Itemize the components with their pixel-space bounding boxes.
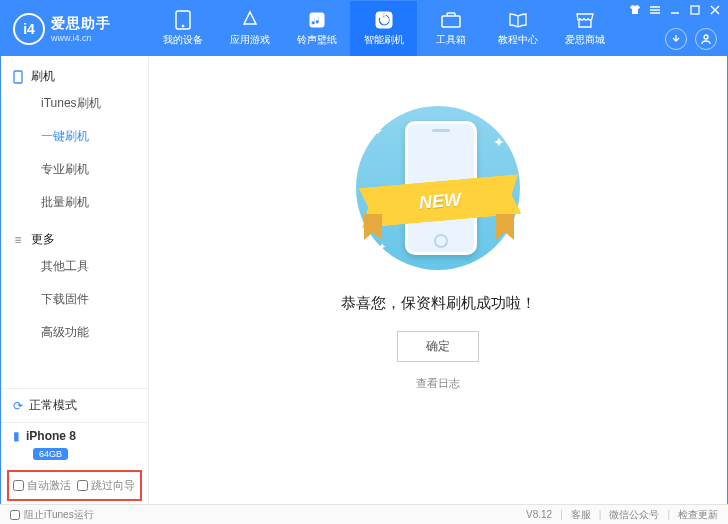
sidebar-item-itunes-flash[interactable]: iTunes刷机	[1, 87, 148, 120]
header-secondary-icons	[665, 28, 717, 50]
music-icon	[307, 10, 327, 30]
more-icon: ≡	[11, 233, 25, 247]
device-icon: ▮	[13, 429, 20, 443]
brand-url: www.i4.cn	[51, 33, 111, 43]
tab-store[interactable]: 爱思商城	[551, 1, 618, 56]
sidebar-item-batch-flash[interactable]: 批量刷机	[1, 186, 148, 219]
svg-point-12	[704, 35, 708, 39]
device-box[interactable]: ▮ iPhone 8 64GB	[1, 422, 148, 466]
sidebar-item-oneclick-flash[interactable]: 一键刷机	[1, 120, 148, 153]
close-icon[interactable]	[709, 4, 721, 16]
sidebar-group-more[interactable]: ≡ 更多	[1, 219, 148, 250]
svg-rect-4	[442, 16, 460, 27]
minimize-icon[interactable]	[669, 4, 681, 16]
sidebar: 刷机 iTunes刷机 一键刷机 专业刷机 批量刷机 ≡ 更多 其他工具 下载固…	[1, 56, 149, 505]
window-controls	[629, 4, 721, 16]
tab-tutorials[interactable]: 教程中心	[484, 1, 551, 56]
header-tabs: 我的设备 应用游戏 铃声壁纸 智能刷机 工具箱 教程中心 爱思商城	[149, 1, 618, 56]
tab-toolbox[interactable]: 工具箱	[417, 1, 484, 56]
checkbox-block-itunes[interactable]: 阻止iTunes运行	[10, 508, 94, 522]
content-panel: ✦ ✦ ✦ NEW 恭喜您，保资料刷机成功啦！ 确定 查看日志	[149, 56, 727, 505]
sidebar-item-advanced[interactable]: 高级功能	[1, 316, 148, 349]
options-highlighted: 自动激活 跳过向导	[7, 470, 142, 501]
success-message: 恭喜您，保资料刷机成功啦！	[341, 294, 536, 313]
phone-icon	[173, 10, 193, 30]
mode-indicator[interactable]: ⟳ 正常模式	[1, 388, 148, 422]
tab-apps-games[interactable]: 应用游戏	[216, 1, 283, 56]
success-illustration: ✦ ✦ ✦ NEW	[338, 106, 538, 276]
tab-my-device[interactable]: 我的设备	[149, 1, 216, 56]
group-title: 刷机	[31, 68, 55, 85]
sidebar-item-download-firmware[interactable]: 下载固件	[1, 283, 148, 316]
checkbox-auto-activate[interactable]: 自动激活	[13, 478, 71, 493]
sidebar-item-other-tools[interactable]: 其他工具	[1, 250, 148, 283]
apps-icon	[240, 10, 260, 30]
tab-ringtones[interactable]: 铃声壁纸	[283, 1, 350, 56]
main-area: 刷机 iTunes刷机 一键刷机 专业刷机 批量刷机 ≡ 更多 其他工具 下载固…	[1, 56, 727, 505]
toolbox-icon	[441, 10, 461, 30]
footer-check-update[interactable]: 检查更新	[678, 508, 718, 522]
flash-icon	[374, 10, 394, 30]
brand-logo[interactable]: i4 爱思助手 www.i4.cn	[1, 13, 149, 45]
logo-icon: i4	[13, 13, 45, 45]
refresh-icon: ⟳	[13, 399, 23, 413]
svg-rect-13	[14, 71, 22, 83]
ok-button[interactable]: 确定	[397, 331, 479, 362]
book-icon	[508, 10, 528, 30]
store-icon	[575, 10, 595, 30]
menu-icon[interactable]	[649, 4, 661, 16]
app-header: i4 爱思助手 www.i4.cn 我的设备 应用游戏 铃声壁纸 智能刷机 工具…	[1, 1, 727, 56]
footer-wechat[interactable]: 微信公众号	[609, 508, 659, 522]
device-name: iPhone 8	[26, 429, 76, 443]
view-log-link[interactable]: 查看日志	[416, 376, 460, 391]
phone-small-icon	[11, 70, 25, 84]
checkbox-skip-guide[interactable]: 跳过向导	[77, 478, 135, 493]
download-icon[interactable]	[665, 28, 687, 50]
footer-service[interactable]: 客服	[571, 508, 591, 522]
svg-point-1	[182, 25, 184, 27]
version-label: V8.12	[526, 509, 552, 520]
svg-rect-9	[691, 6, 699, 14]
tab-smart-flash[interactable]: 智能刷机	[350, 1, 417, 56]
user-icon[interactable]	[695, 28, 717, 50]
sidebar-item-pro-flash[interactable]: 专业刷机	[1, 153, 148, 186]
tshirt-icon[interactable]	[629, 4, 641, 16]
group-title: 更多	[31, 231, 55, 248]
status-bar: 阻止iTunes运行 V8.12 | 客服 | 微信公众号 | 检查更新	[0, 504, 728, 524]
maximize-icon[interactable]	[689, 4, 701, 16]
brand-name: 爱思助手	[51, 15, 111, 33]
mode-label: 正常模式	[29, 397, 77, 414]
sidebar-group-flash[interactable]: 刷机	[1, 56, 148, 87]
storage-badge: 64GB	[33, 448, 68, 460]
